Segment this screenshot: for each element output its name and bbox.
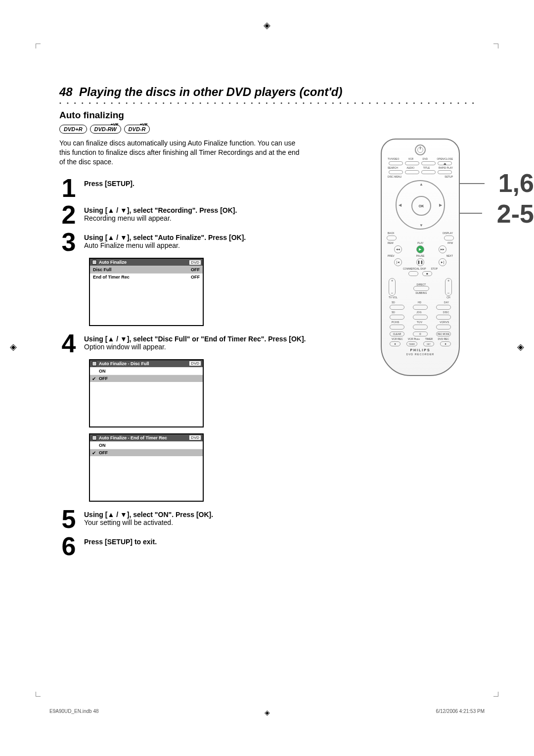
arrow-left-icon: ◀ <box>399 203 401 207</box>
badge-dvd-minus-rw: DVD-RW+VR <box>90 125 121 134</box>
step-bold: Using [▲ / ▼], select "Disc Full" or "En… <box>84 335 306 343</box>
step-1: 1 Press [SETUP]. <box>59 177 316 200</box>
ok-button: OK <box>411 196 431 216</box>
pill-button <box>421 161 436 165</box>
next-button: ▸| <box>439 258 446 266</box>
btn-label: DVD <box>423 157 428 160</box>
step-body: Using [▲ / ▼], select "Disc Full" or "En… <box>84 332 316 355</box>
osd-label: End of Timer Rec <box>93 275 130 280</box>
osd-tag: DVD <box>189 361 201 366</box>
step-number: 6 <box>59 535 78 558</box>
power-icon <box>417 147 423 153</box>
callout-2-5: 2-5 <box>497 199 534 229</box>
osd-option-off: ✔OFF <box>90 375 203 382</box>
osd-title-text: Auto Finalize - Disc Full <box>99 361 149 366</box>
badge-text: DVD-RW <box>94 126 117 132</box>
clear-button: CLEAR <box>390 331 404 336</box>
timer-set-button: SET <box>423 341 434 346</box>
dvd-rec-button: ● <box>440 341 451 346</box>
osd-title-text: Auto Finalize <box>99 260 127 265</box>
brand-label: PHILIPS <box>386 348 455 352</box>
btn-label: PLAY <box>417 241 423 244</box>
kp-label: JOG <box>416 311 421 314</box>
step-number: 2 <box>59 203 78 227</box>
button-row: ⏏ <box>388 161 453 165</box>
kp-label: SD <box>392 301 395 304</box>
label-row: PREVPAUSENEXT <box>388 254 453 257</box>
pill-button <box>438 170 452 174</box>
label-row: BACKDISPLAY <box>388 232 453 235</box>
ch-rocker: +− <box>445 278 452 296</box>
page: ◈ ◈ ◈ 48 Playing the discs in other DVD … <box>0 0 534 756</box>
page-number: 48 <box>59 85 73 98</box>
step-number: 4 <box>59 332 78 355</box>
registration-mark-bottom: ◈ <box>265 709 270 716</box>
btn-label: DUBBING <box>413 291 429 294</box>
vcr-plus-button: TIMER <box>406 341 417 346</box>
step-bold: Using [▲ / ▼], select "Auto Finalize". P… <box>84 234 246 241</box>
label-row: TV/VIDEOVCRDVDOPEN/CLOSE <box>388 157 453 160</box>
osd-row-disc-full: Disc FullOFF <box>90 266 203 273</box>
step-sub: Auto Finalize menu will appear. <box>84 241 180 249</box>
key-1 <box>390 305 404 310</box>
step-number: 3 <box>59 231 78 254</box>
display-button <box>444 236 454 240</box>
osd-option-off: ✔OFF <box>90 449 203 456</box>
btn-label: PAUSE <box>416 254 425 257</box>
step-sub: Recording menu will appear. <box>84 214 172 222</box>
osd-tag: DVD <box>189 260 201 265</box>
main-columns: You can finalize discs automatically usi… <box>59 139 475 562</box>
pill-button <box>389 161 403 165</box>
section-heading: Auto finalizing <box>59 110 475 121</box>
button-row: ■ <box>387 271 454 276</box>
btn-label: PREV <box>388 254 395 257</box>
check-icon: ✔ <box>92 376 96 381</box>
key-3 <box>436 305 451 310</box>
osd-value: OFF <box>191 267 200 272</box>
pill-button <box>405 161 419 165</box>
arrow-up-icon: ▲ <box>419 182 423 187</box>
callout-text: 1,6 <box>498 169 534 197</box>
btn-label: VCR <box>408 157 414 160</box>
trim-mark <box>493 44 498 48</box>
step-sub: Your setting will be activated. <box>84 519 173 526</box>
kp-label: DISC <box>443 311 449 314</box>
btn-label: TITLE <box>423 166 430 169</box>
callout-text: 2-5 <box>497 199 534 228</box>
kp-label: VCR/VS <box>440 321 449 324</box>
vcr-rec-button: ● <box>390 341 400 346</box>
btn-label: REW <box>388 241 394 244</box>
btn-label: OPEN/CLOSE <box>437 157 453 160</box>
osd-end-timer: Auto Finalize - End of Timer Rec DVD ON … <box>89 433 204 502</box>
step-body: Using [▲ / ▼], select "Recording". Press… <box>84 203 316 227</box>
btn-label: VCR Plus+ <box>408 337 420 340</box>
arrow-right-icon: ▶ <box>439 203 442 207</box>
step-body: Using [▲ / ▼], select "Auto Finalize". P… <box>84 231 316 254</box>
keypad: SDHDDAY SDJOGDISC PC/NSTC/VVCR/VS CLEAR0… <box>390 301 451 346</box>
play-button: ▶ <box>416 245 424 253</box>
label-row: DISC MENUSETUP <box>388 175 453 178</box>
product-type-label: DVD RECORDER <box>386 353 455 356</box>
dotted-rule: • • • • • • • • • • • • • • • • • • • • … <box>59 100 475 106</box>
btn-label: SETUP <box>445 175 453 178</box>
disc-icon <box>92 260 97 265</box>
ffw-button: ▸▸ <box>439 245 446 253</box>
step-number: 1 <box>59 177 78 200</box>
skip-button <box>408 271 418 276</box>
step-4: 4 Using [▲ / ▼], select "Disc Full" or "… <box>59 332 316 355</box>
step-bold: Using [▲ / ▼], select "Recording". Press… <box>84 206 237 214</box>
page-title: 48 Playing the discs in other DVD player… <box>59 85 475 99</box>
title-text: Playing the discs in other DVD players (… <box>79 85 342 98</box>
step-bold: Using [▲ / ▼], select "ON". Press [OK]. <box>84 511 213 519</box>
osd-option-label: ON <box>99 443 106 448</box>
prev-button: |◂ <box>394 258 402 266</box>
key-5 <box>413 315 428 320</box>
dubbing-button <box>413 286 429 291</box>
osd-body: ON ✔OFF <box>90 367 203 426</box>
btn-label: COMMERCIAL SKIP <box>403 267 426 270</box>
arrow-down-icon: ▼ <box>419 223 423 228</box>
pill-button <box>389 170 403 174</box>
transport-row: ◂◂▶▸▸ <box>387 245 454 253</box>
left-column: You can finalize discs automatically usi… <box>59 139 316 562</box>
rew-button: ◂◂ <box>394 245 402 253</box>
